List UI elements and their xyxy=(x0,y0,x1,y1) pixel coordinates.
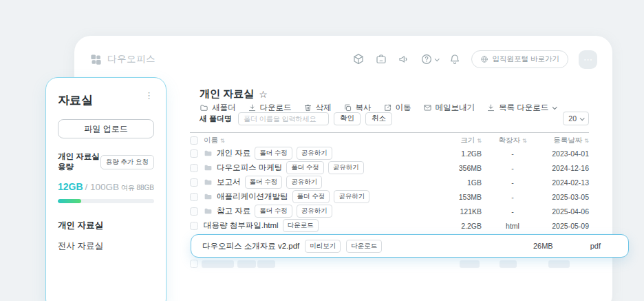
sort-icon: ⇅ xyxy=(584,138,589,144)
table-row: 애플리케이션개발팀폴더 수정공유하기153MB-2025-03-05 xyxy=(190,189,589,204)
download-button[interactable]: 다운로드 xyxy=(346,240,382,253)
row-checkbox[interactable] xyxy=(190,149,198,158)
highlighted-file-name[interactable]: 다우오피스 소개자료 v2.pdf xyxy=(202,241,299,251)
file-name-cell: 애플리케이션개발팀폴더 수정공유하기 xyxy=(204,190,420,203)
file-date: 2024-02-13 xyxy=(544,178,589,187)
file-name[interactable]: 참고 자료 xyxy=(217,206,250,216)
more-options-icon[interactable]: ⋮ xyxy=(144,92,154,99)
file-name-cell: 개인 자료폴더 수정공유하기 xyxy=(204,147,420,160)
file-name-cell: 참고 자료폴더 수정공유하기 xyxy=(204,205,420,218)
file-extension: - xyxy=(482,149,544,158)
chevron-down-icon xyxy=(580,116,585,121)
row-action-button[interactable]: 공유하기 xyxy=(297,147,332,160)
header-name[interactable]: 이름⇅ xyxy=(204,136,420,145)
row-action-button[interactable]: 공유하기 xyxy=(286,176,322,189)
cube-icon xyxy=(352,53,365,65)
profile-avatar[interactable]: ⋯ xyxy=(579,50,597,69)
file-size: 2.2GB xyxy=(420,222,482,230)
usage-total: / 100GB xyxy=(85,182,120,192)
topbar-actions: 임직원포털 바로가기 ⋯ xyxy=(352,50,597,69)
file-date: 2025-05-09 xyxy=(544,222,589,230)
header-size[interactable]: 크기⇅ xyxy=(420,136,482,145)
sort-icon: ⇅ xyxy=(220,138,225,144)
usage-used: 12GB xyxy=(58,181,83,192)
usage-free: 여유 88GB xyxy=(121,183,154,193)
faded-row xyxy=(190,260,589,269)
row-checkbox[interactable] xyxy=(190,178,198,187)
sidebar: 자료실 ⋮ 파일 업로드 개인 자료실 용량 용량 추가 요청 12GB / 1… xyxy=(45,77,167,301)
row-action-button[interactable]: 공유하기 xyxy=(328,161,364,174)
highlighted-file-row[interactable]: 다우오피스 소개자료 v2.pdf 미리보기 다운로드 26MB pdf xyxy=(191,234,629,258)
bell-icon[interactable] xyxy=(449,53,461,65)
speaker-icon[interactable] xyxy=(398,53,410,65)
row-checkbox[interactable] xyxy=(190,207,198,216)
page-size-select[interactable]: 20 xyxy=(563,112,589,125)
archive-icon[interactable] xyxy=(375,53,387,65)
file-extension: - xyxy=(482,164,544,172)
sort-icon: ⇅ xyxy=(477,138,482,144)
row-checkbox[interactable] xyxy=(190,164,198,172)
cancel-button[interactable]: 취소 xyxy=(365,112,392,125)
new-folder-input[interactable] xyxy=(238,112,329,125)
sidebar-menu: 개인 자료실전사 자료실 xyxy=(58,220,154,252)
daouoffice-logo-icon xyxy=(89,53,103,66)
cube-icon[interactable] xyxy=(352,53,365,65)
sidebar-title: 자료실 xyxy=(58,92,93,108)
help-icon xyxy=(420,53,433,65)
file-size: 1.2GB xyxy=(420,149,482,158)
table-row: 대용량 첨부파일.html다운로드2.2GBhtml2025-05-09 xyxy=(190,218,589,233)
file-upload-button[interactable]: 파일 업로드 xyxy=(58,119,154,138)
file-date: 2025-04-06 xyxy=(544,207,589,216)
chevron-down-icon xyxy=(552,105,557,110)
globe-icon xyxy=(480,55,489,63)
row-action-button[interactable]: 다운로드 xyxy=(283,219,319,232)
row-action-button[interactable]: 폴더 수정 xyxy=(286,161,324,174)
highlighted-file-size: 26MB xyxy=(533,242,553,250)
new-folder-form: 새 폴더명 확인 취소 20 xyxy=(190,111,589,126)
row-action-button[interactable]: 공유하기 xyxy=(334,190,369,203)
file-extension: - xyxy=(482,193,544,201)
row-action-button[interactable]: 공유하기 xyxy=(297,205,332,218)
file-name[interactable]: 대용량 첨부파일.html xyxy=(204,220,279,231)
row-action-button[interactable]: 폴더 수정 xyxy=(255,147,292,160)
file-name[interactable]: 애플리케이션개발팀 xyxy=(217,191,288,202)
table-row: 보고서폴더 수정공유하기1GB-2024-02-13 xyxy=(190,175,589,189)
file-name-cell: 대용량 첨부파일.html다운로드 xyxy=(204,219,420,232)
select-all-checkbox[interactable] xyxy=(190,136,198,145)
table-top-divider xyxy=(190,132,589,133)
highlighted-file-extension: pdf xyxy=(590,242,601,250)
row-checkbox[interactable] xyxy=(190,193,198,201)
table-header: 이름⇅ 크기⇅ 확장자⇅ 등록날짜⇅ xyxy=(190,134,589,147)
row-action-button[interactable]: 폴더 수정 xyxy=(292,190,330,203)
header-extension[interactable]: 확장자⇅ xyxy=(482,136,544,145)
new-folder-label: 새 폴더명 xyxy=(200,114,232,124)
file-name-cell: 다우오피스 마케팅폴더 수정공유하기 xyxy=(204,161,420,174)
row-action-button[interactable]: 폴더 수정 xyxy=(255,205,292,218)
quota-request-button[interactable]: 용량 추가 요청 xyxy=(100,155,154,169)
table-row: 참고 자료폴더 수정공유하기121KB-2025-04-06 xyxy=(190,204,589,218)
row-checkbox[interactable] xyxy=(190,222,198,230)
header-date[interactable]: 등록날짜⇅ xyxy=(544,136,589,145)
row-checkbox xyxy=(190,260,198,268)
employee-portal-button[interactable]: 임직원포털 바로가기 xyxy=(471,50,568,68)
file-size: 121KB xyxy=(420,207,482,216)
archive-icon xyxy=(375,53,387,65)
preview-button[interactable]: 미리보기 xyxy=(305,240,341,253)
file-name[interactable]: 다우오피스 마케팅 xyxy=(217,163,282,173)
table-row: 다우오피스 마케팅폴더 수정공유하기356MB-2024-12-16 xyxy=(190,160,589,175)
folder-icon xyxy=(204,207,213,216)
file-name[interactable]: 개인 자료 xyxy=(217,148,250,158)
favorite-star-icon[interactable]: ☆ xyxy=(259,90,268,99)
sidebar-item-personal[interactable]: 개인 자료실 xyxy=(58,220,154,231)
help-icon[interactable] xyxy=(420,53,438,65)
folder-icon xyxy=(204,178,213,187)
file-name[interactable]: 보고서 xyxy=(217,177,241,187)
file-size: 153MB xyxy=(420,193,482,201)
file-date: 2024-12-16 xyxy=(544,164,589,172)
folder-icon xyxy=(204,149,213,158)
row-action-button[interactable]: 폴더 수정 xyxy=(245,176,283,189)
sidebar-item-company[interactable]: 전사 자료실 xyxy=(58,240,154,252)
bell-icon xyxy=(449,53,461,65)
confirm-button[interactable]: 확인 xyxy=(334,112,361,125)
file-date: 2025-03-05 xyxy=(544,193,589,201)
